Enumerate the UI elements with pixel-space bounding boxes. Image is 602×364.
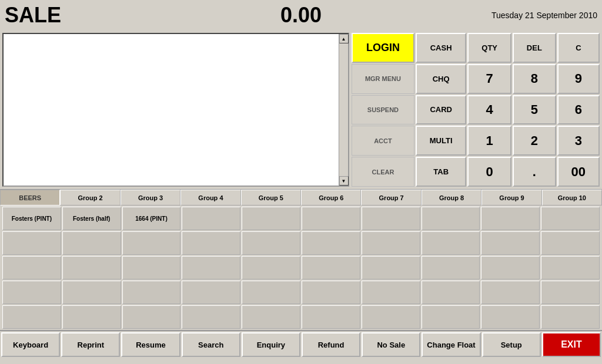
- product-btn-21: [62, 256, 121, 279]
- setup-btn[interactable]: Setup: [482, 332, 541, 357]
- product-btn-31: [62, 281, 121, 304]
- sale-title: SALE: [5, 3, 61, 28]
- product-btn-8: [481, 207, 540, 230]
- tab-group5[interactable]: Group 5: [241, 190, 301, 205]
- product-btn-44: [242, 305, 300, 329]
- multi-btn[interactable]: MULTI: [416, 126, 467, 156]
- header: SALE 0.00 Tuesday 21 September 2010: [0, 0, 602, 31]
- refund-btn[interactable]: Refund: [302, 332, 360, 357]
- tab-group4[interactable]: Group 4: [180, 190, 240, 205]
- num-8-btn[interactable]: 8: [513, 64, 556, 94]
- product-btn-27: [422, 256, 480, 279]
- num-3-btn[interactable]: 3: [557, 126, 600, 156]
- scroll-down-btn[interactable]: ▼: [339, 176, 349, 186]
- product-btn-30: [2, 281, 61, 304]
- receipt-scrollbar: ▲ ▼: [339, 34, 348, 186]
- num-00-btn[interactable]: 00: [557, 157, 600, 187]
- product-btn-45: [302, 305, 360, 329]
- product-btn-34: [242, 281, 300, 304]
- tab-group9[interactable]: Group 9: [481, 190, 541, 205]
- num-9-btn[interactable]: 9: [557, 64, 600, 94]
- product-btn-11: [62, 231, 121, 255]
- num-4-btn[interactable]: 4: [467, 95, 511, 125]
- product-btn-10: [2, 231, 61, 255]
- product-btn-6: [362, 207, 420, 230]
- product-btn-32: [122, 281, 181, 304]
- product-btn-3: [182, 207, 240, 230]
- tab-group6[interactable]: Group 6: [301, 190, 361, 205]
- product-btn-1[interactable]: Fosters (half): [62, 207, 121, 230]
- clear-btn[interactable]: CLEAR: [352, 157, 414, 187]
- enquiry-btn[interactable]: Enquiry: [242, 332, 300, 357]
- change-float-btn[interactable]: Change Float: [422, 332, 480, 357]
- no-sale-btn[interactable]: No Sale: [362, 332, 420, 357]
- product-btn-25: [302, 256, 360, 279]
- mgr-menu-btn[interactable]: MGR MENU: [352, 64, 414, 94]
- sale-amount: 0.00: [280, 3, 322, 28]
- product-btn-20: [2, 256, 61, 279]
- tab-beers[interactable]: BEERS: [0, 190, 60, 205]
- tab-group8[interactable]: Group 8: [422, 190, 481, 205]
- product-btn-46: [362, 305, 420, 329]
- num-0-btn[interactable]: 0: [467, 157, 511, 187]
- suspend-btn[interactable]: SUSPEND: [352, 95, 414, 125]
- keyboard-btn[interactable]: Keyboard: [1, 332, 60, 357]
- product-btn-23: [182, 256, 240, 279]
- reprint-btn[interactable]: Reprint: [61, 332, 120, 357]
- product-btn-38: [481, 281, 540, 304]
- product-btn-39: [541, 281, 600, 304]
- acct-btn[interactable]: ACCT: [352, 126, 414, 156]
- product-grid: Fosters (PINT)Fosters (half)1664 (PINT): [0, 205, 602, 330]
- scroll-up-btn[interactable]: ▲: [339, 34, 349, 43]
- num-1-btn[interactable]: 1: [467, 126, 511, 156]
- product-btn-37: [422, 281, 480, 304]
- receipt-area: ▲ ▼: [2, 33, 349, 187]
- product-btn-40: [2, 305, 61, 329]
- product-btn-47: [422, 305, 480, 329]
- product-btn-13: [182, 231, 240, 255]
- product-btn-7: [422, 207, 480, 230]
- product-btn-24: [242, 256, 300, 279]
- product-btn-4: [242, 207, 300, 230]
- card-btn[interactable]: CARD: [416, 95, 467, 125]
- main-area: ▲ ▼ LOGIN CASH QTY DEL C MGR MENU CHQ 7 …: [0, 31, 602, 189]
- product-btn-42: [122, 305, 181, 329]
- product-btn-0[interactable]: Fosters (PINT): [2, 207, 61, 230]
- tab-group10[interactable]: Group 10: [542, 190, 602, 205]
- num-dot-btn[interactable]: .: [513, 157, 556, 187]
- product-btn-14: [242, 231, 300, 255]
- product-btn-48: [481, 305, 540, 329]
- product-btn-41: [62, 305, 121, 329]
- resume-btn[interactable]: Resume: [121, 332, 180, 357]
- exit-btn[interactable]: EXIT: [542, 332, 601, 357]
- product-btn-43: [182, 305, 240, 329]
- product-btn-36: [362, 281, 420, 304]
- c-btn[interactable]: C: [557, 33, 600, 63]
- num-5-btn[interactable]: 5: [513, 95, 556, 125]
- chq-btn[interactable]: CHQ: [416, 64, 467, 94]
- product-btn-26: [362, 256, 420, 279]
- product-btn-9: [541, 207, 600, 230]
- product-btn-5: [302, 207, 360, 230]
- tab-group3[interactable]: Group 3: [121, 190, 180, 205]
- numpad-area: LOGIN CASH QTY DEL C MGR MENU CHQ 7 8 9 …: [349, 31, 602, 189]
- qty-btn[interactable]: QTY: [467, 33, 511, 63]
- product-btn-29: [541, 256, 600, 279]
- tab-group7[interactable]: Group 7: [361, 190, 421, 205]
- tab-payment-btn[interactable]: TAB: [416, 157, 467, 187]
- product-btn-35: [302, 281, 360, 304]
- product-btn-19: [541, 231, 600, 255]
- bottom-bar: KeyboardReprintResumeSearchEnquiryRefund…: [0, 330, 602, 358]
- num-2-btn[interactable]: 2: [513, 126, 556, 156]
- login-btn[interactable]: LOGIN: [352, 33, 414, 63]
- num-6-btn[interactable]: 6: [557, 95, 600, 125]
- product-btn-22: [122, 256, 181, 279]
- search-btn[interactable]: Search: [182, 332, 240, 357]
- cash-btn[interactable]: CASH: [416, 33, 467, 63]
- num-7-btn[interactable]: 7: [467, 64, 511, 94]
- product-btn-2[interactable]: 1664 (PINT): [122, 207, 181, 230]
- tabs-area: BEERSGroup 2Group 3Group 4Group 5Group 6…: [0, 189, 602, 205]
- tab-group2[interactable]: Group 2: [60, 190, 120, 205]
- del-btn[interactable]: DEL: [513, 33, 556, 63]
- product-btn-49: [541, 305, 600, 329]
